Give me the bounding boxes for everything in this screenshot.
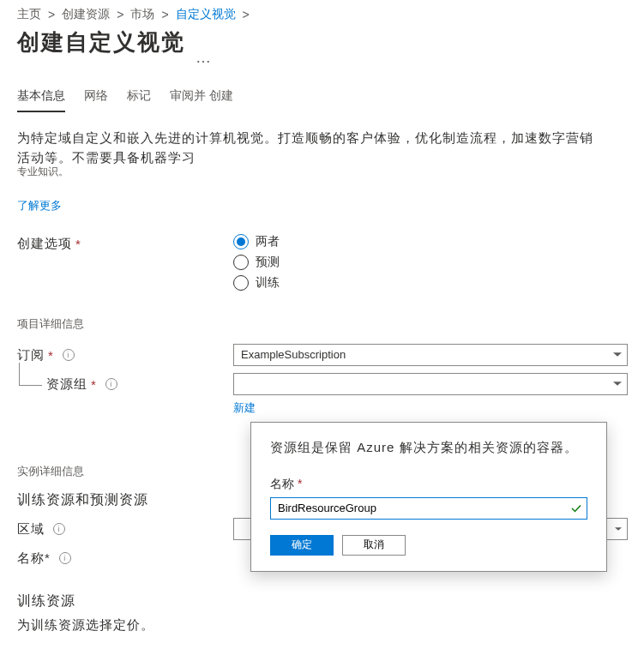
tab-network[interactable]: 网络 — [84, 88, 108, 112]
chevron-down-icon — [615, 527, 622, 531]
info-icon[interactable]: i — [105, 378, 117, 390]
info-icon[interactable]: i — [53, 523, 65, 535]
section-project-details: 项目详细信息 — [17, 316, 644, 332]
chevron-down-icon — [613, 352, 622, 357]
create-options-group: 两者 预测 训练 — [233, 232, 280, 291]
radio-icon — [233, 275, 249, 291]
description-text: 为特定域自定义和嵌入先进的计算机视觉。打造顺畅的客户体验，优化制造流程，加速数字… — [17, 128, 600, 168]
radio-icon-checked — [233, 234, 249, 249]
info-icon[interactable]: i — [59, 552, 71, 564]
radio-icon — [233, 255, 249, 270]
page-title: 创建自定义视觉 — [17, 27, 185, 57]
subscription-label: 订阅 * i — [17, 344, 233, 364]
tab-review[interactable]: 审阅并 创建 — [170, 88, 233, 112]
tab-basic[interactable]: 基本信息 — [17, 88, 65, 112]
radio-predict[interactable]: 预测 — [233, 255, 280, 270]
learn-more-link[interactable]: 了解更多 — [17, 198, 62, 213]
create-options-label: 创建选项 * — [17, 232, 233, 252]
breadcrumb-custom-vision[interactable]: 自定义视觉 — [176, 7, 236, 22]
tab-tags[interactable]: 标记 — [127, 88, 151, 112]
more-icon[interactable]: … — [196, 49, 211, 67]
breadcrumb-marketplace[interactable]: 市场 — [130, 7, 154, 22]
chevron-right-icon: > — [161, 8, 168, 21]
breadcrumb: 主页 > 创建资源 > 市场 > 自定义视觉 > — [17, 7, 644, 22]
name-label: 名称* i — [17, 547, 233, 567]
chevron-down-icon — [613, 382, 622, 386]
create-new-link[interactable]: 新建 — [233, 400, 628, 416]
chevron-right-icon: > — [243, 8, 250, 21]
ok-button[interactable]: 确定 — [270, 535, 334, 556]
required-indicator: * — [75, 237, 81, 251]
chevron-right-icon: > — [117, 8, 123, 21]
resource-group-label: 资源组 * i — [17, 373, 233, 393]
train-resource-title: 训练资源 — [17, 592, 644, 610]
radio-both[interactable]: 两者 — [233, 234, 280, 249]
tabs: 基本信息 网络 标记 审阅并 创建 — [17, 88, 644, 112]
resource-group-name-input[interactable] — [270, 497, 587, 520]
train-resource-sub: 为训练资源选择定价。 — [17, 617, 644, 634]
radio-train[interactable]: 训练 — [233, 275, 280, 291]
region-label: 区域 i — [17, 518, 233, 538]
new-resource-group-flyout: 资源组是保留 Azure 解决方案的相关资源的容器。 名称 * 确定 取消 — [250, 422, 607, 572]
subscription-select[interactable]: ExampleSubscription — [233, 344, 628, 366]
check-icon — [570, 502, 582, 514]
info-icon[interactable]: i — [63, 349, 75, 361]
flyout-description: 资源组是保留 Azure 解决方案的相关资源的容器。 — [270, 438, 587, 458]
chevron-right-icon: > — [48, 8, 55, 21]
resource-group-select[interactable] — [233, 373, 628, 395]
breadcrumb-create-resource[interactable]: 创建资源 — [62, 7, 110, 22]
breadcrumb-home[interactable]: 主页 — [17, 7, 41, 22]
flyout-name-label: 名称 * — [270, 477, 587, 492]
cancel-button[interactable]: 取消 — [342, 535, 406, 556]
